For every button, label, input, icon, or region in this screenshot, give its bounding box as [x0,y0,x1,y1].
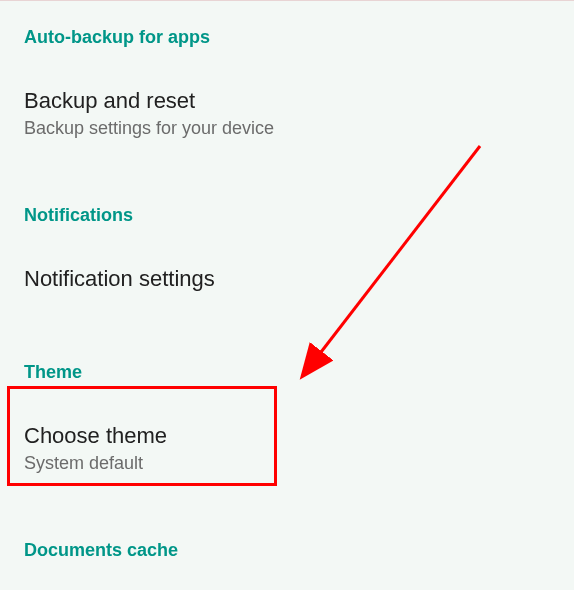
setting-title: Notification settings [24,266,550,292]
section-header-documents-cache: Documents cache [0,514,574,569]
section-header-auto-backup: Auto-backup for apps [0,1,574,56]
setting-choose-theme[interactable]: Choose theme System default [0,409,574,488]
setting-notification-settings[interactable]: Notification settings [0,252,574,310]
setting-title: Choose theme [24,423,550,449]
setting-subtitle: System default [24,453,550,474]
section-header-notifications: Notifications [0,179,574,234]
setting-title: Backup and reset [24,88,550,114]
setting-backup-reset[interactable]: Backup and reset Backup settings for you… [0,74,574,153]
setting-subtitle: Backup settings for your device [24,118,550,139]
section-header-theme: Theme [0,336,574,391]
